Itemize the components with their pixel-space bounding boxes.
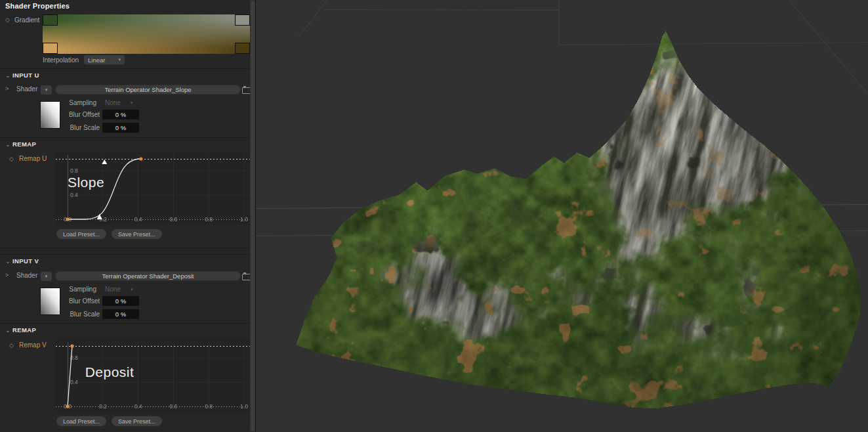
- gradient-corner-top-left[interactable]: [43, 14, 58, 26]
- gradient-corner-bottom-left[interactable]: [43, 43, 58, 54]
- y-tick-label: 0.4: [70, 379, 78, 385]
- shader-preview-thumbnail[interactable]: [40, 101, 60, 129]
- blur-scale-value: 0 %: [115, 124, 126, 131]
- save-preset-label: Save Preset...: [118, 418, 155, 425]
- blur-offset-field[interactable]: 0 %: [102, 296, 139, 306]
- blur-offset-label: Blur Offset: [59, 111, 100, 118]
- remap-v-section: ⌄ REMAP ◇ Remap V > 0.00.20.40.60.81.00.…: [0, 323, 250, 432]
- shader-properties-panel: Shader Properties ◇ Gradient Interpolati…: [0, 0, 255, 432]
- x-tick-label: 0.4: [134, 403, 142, 410]
- shader-label: Shader: [16, 85, 37, 93]
- sampling-label: Sampling: [59, 99, 96, 106]
- terrain-mesh[interactable]: [256, 0, 868, 432]
- gradient-2d-surface: [43, 14, 250, 54]
- input-v-header[interactable]: INPUT V: [12, 257, 39, 265]
- shader-value-field[interactable]: Terrain Operator Shader_Deposit: [55, 271, 241, 281]
- interpolation-dropdown[interactable]: Linear ▾: [84, 55, 125, 64]
- x-tick-label: 0.2: [99, 403, 107, 410]
- remap-u-section: ⌄ REMAP ◇ Remap U > 0.00.20.40.60.81.00.…: [0, 137, 250, 248]
- y-tick-label: 0.4: [70, 192, 78, 198]
- gradient-editor[interactable]: [43, 14, 250, 54]
- load-preset-button[interactable]: Load Preset...: [56, 416, 106, 426]
- gradient-section: Shader Properties ◇ Gradient Interpolati…: [0, 0, 250, 68]
- expand-icon[interactable]: >: [5, 272, 9, 278]
- shader-value-field[interactable]: Terrain Operator Shader_Slope: [55, 85, 241, 95]
- application-window: Shader Properties ◇ Gradient Interpolati…: [0, 0, 868, 432]
- sampling-label: Sampling: [59, 286, 96, 293]
- y-tick-label: 0.8: [70, 167, 78, 174]
- shader-value: Terrain Operator Shader_Slope: [104, 86, 191, 93]
- blur-scale-value: 0 %: [115, 311, 126, 318]
- remap-v-header[interactable]: REMAP: [12, 326, 36, 334]
- sampling-value[interactable]: None: [105, 286, 121, 293]
- shader-dropdown-button[interactable]: ▾: [41, 272, 52, 281]
- x-tick-label: 0.8: [205, 403, 213, 410]
- save-preset-label: Save Preset...: [118, 231, 155, 238]
- load-preset-label: Load Preset...: [63, 418, 100, 425]
- blur-scale-field[interactable]: 0 %: [102, 123, 139, 133]
- shader-dropdown-button[interactable]: ▾: [41, 85, 52, 95]
- remap-v-overlay-label: Deposit: [85, 364, 134, 380]
- gradient-corner-top-right[interactable]: [235, 14, 250, 26]
- connect-diamond-icon[interactable]: ◇: [9, 343, 14, 349]
- blur-scale-label: Blur Scale: [59, 124, 100, 131]
- remap-u-label[interactable]: Remap U: [19, 155, 47, 162]
- gradient-label: Gradient: [14, 16, 39, 24]
- save-preset-button[interactable]: Save Preset...: [112, 229, 162, 239]
- chevron-down-icon: ▾: [45, 87, 48, 93]
- blur-offset-value: 0 %: [115, 111, 126, 118]
- input-u-header[interactable]: INPUT U: [12, 72, 39, 79]
- shader-value: Terrain Operator Shader_Deposit: [102, 272, 194, 280]
- chevron-down-icon: ▾: [131, 100, 133, 106]
- remap-v-label[interactable]: Remap V: [19, 341, 47, 349]
- interpolation-label: Interpolation: [43, 56, 79, 64]
- collapse-chevron-icon[interactable]: ⌄: [5, 258, 10, 265]
- x-tick-label: 0.6: [169, 216, 177, 223]
- gradient-corner-bottom-right[interactable]: [235, 43, 250, 54]
- input-v-section: ⌄ INPUT V > Shader ▾ Terrain Operator Sh…: [0, 254, 250, 324]
- x-tick-label: 1.0: [240, 216, 248, 223]
- load-preset-button[interactable]: Load Preset...: [56, 229, 106, 239]
- collapse-chevron-icon[interactable]: ⌄: [5, 327, 10, 334]
- panel-title: Shader Properties: [5, 2, 70, 10]
- collapse-chevron-icon[interactable]: ⌄: [5, 72, 10, 79]
- chevron-down-icon: ▾: [118, 57, 121, 62]
- save-preset-button[interactable]: Save Preset...: [112, 416, 162, 426]
- shader-label: Shader: [16, 272, 37, 279]
- blur-scale-label: Blur Scale: [59, 311, 100, 318]
- blur-offset-label: Blur Offset: [59, 297, 100, 305]
- panel-scrollbar-thumb[interactable]: [251, 1, 255, 431]
- shader-preview-thumbnail[interactable]: [40, 288, 60, 315]
- x-tick-label: 0.6: [169, 403, 177, 410]
- curve-point[interactable]: [66, 217, 69, 221]
- viewport-3d[interactable]: [256, 0, 868, 432]
- x-tick-label: 0.4: [134, 216, 142, 223]
- expand-icon[interactable]: >: [5, 85, 9, 92]
- remap-u-header[interactable]: REMAP: [12, 140, 36, 148]
- curve-point[interactable]: [66, 404, 69, 408]
- chevron-down-icon: ▾: [131, 287, 133, 292]
- connect-diamond-icon[interactable]: ◇: [9, 156, 14, 162]
- sampling-value[interactable]: None: [105, 99, 121, 106]
- blur-offset-field[interactable]: 0 %: [102, 110, 139, 119]
- input-u-section: ⌄ INPUT U > Shader ▾ Terrain Operator Sh…: [0, 68, 250, 138]
- blur-scale-field[interactable]: 0 %: [102, 309, 139, 319]
- x-tick-label: 0.8: [205, 216, 213, 223]
- chevron-down-icon: ▾: [45, 274, 48, 279]
- connect-diamond-icon[interactable]: ◇: [5, 17, 10, 23]
- collapse-chevron-icon[interactable]: ⌄: [5, 141, 10, 148]
- interpolation-value: Linear: [88, 56, 105, 64]
- curve-point[interactable]: [139, 157, 142, 160]
- blur-offset-value: 0 %: [115, 297, 126, 305]
- curve-point[interactable]: [70, 344, 73, 347]
- remap-u-overlay-label: Slope: [68, 175, 104, 190]
- load-preset-label: Load Preset...: [63, 231, 100, 238]
- panel-scrollbar[interactable]: [250, 0, 255, 432]
- x-tick-label: 1.0: [240, 403, 248, 410]
